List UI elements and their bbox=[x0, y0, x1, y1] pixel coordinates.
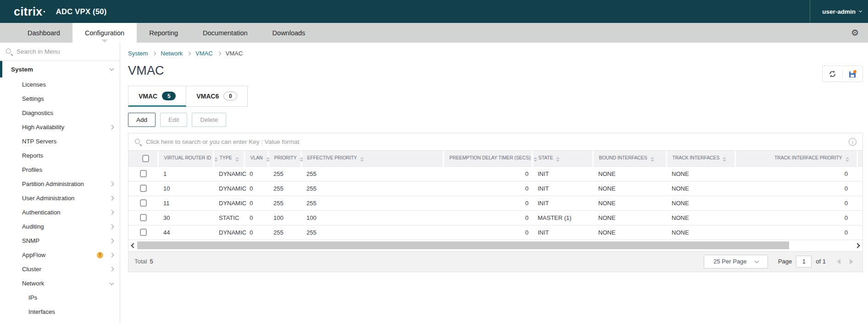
delete-button[interactable]: Delete bbox=[192, 113, 226, 127]
vmac-table: VIRTUAL ROUTER IDTYPEVLANPRIORITYEFFECTI… bbox=[128, 151, 862, 240]
column-header: TRACK INTERFACES bbox=[666, 151, 735, 166]
sort-icon[interactable] bbox=[651, 157, 654, 162]
sidebar-item-authentication[interactable]: Authentication bbox=[0, 205, 120, 219]
table-search-input[interactable] bbox=[146, 138, 845, 145]
sort-icon[interactable] bbox=[235, 157, 239, 162]
scroll-left-icon[interactable] bbox=[131, 243, 136, 248]
sidebar-item-label: Profiles bbox=[22, 166, 42, 173]
sidebar-item-label: SNMP bbox=[22, 237, 39, 244]
sidebar-item-label: Interfaces bbox=[28, 308, 55, 315]
sidebar-item-appflow[interactable]: AppFlow bbox=[0, 248, 120, 262]
search-icon bbox=[6, 48, 13, 55]
row-checkbox[interactable] bbox=[140, 229, 147, 236]
sort-icon[interactable] bbox=[846, 157, 849, 162]
row-checkbox[interactable] bbox=[140, 170, 147, 177]
cell: 0 bbox=[443, 166, 532, 181]
row-checkbox[interactable] bbox=[140, 199, 147, 207]
sort-icon[interactable] bbox=[534, 157, 537, 162]
sidebar-item-high-availability[interactable]: High Availability bbox=[0, 120, 120, 134]
breadcrumb-network-link[interactable]: Network bbox=[161, 50, 183, 57]
cell: 0 bbox=[735, 210, 857, 225]
sidebar-item-partition-administration[interactable]: Partition Administration bbox=[0, 177, 120, 191]
cell: 0 bbox=[735, 166, 857, 181]
cell: 10 bbox=[158, 181, 213, 196]
row-checkbox[interactable] bbox=[140, 214, 147, 221]
breadcrumb-vmac-link[interactable]: VMAC bbox=[195, 50, 213, 57]
cell: 0 bbox=[244, 196, 268, 210]
sidebar-item-diagnostics[interactable]: Diagnostics bbox=[0, 106, 120, 120]
previous-page-icon[interactable] bbox=[837, 259, 840, 264]
table-row[interactable]: 1DYNAMIC02552550INITNONENONE0 bbox=[128, 166, 862, 181]
sidebar-item-label: Partition Administration bbox=[22, 181, 84, 187]
scroll-right-icon[interactable] bbox=[855, 243, 860, 248]
nav-tab-dashboard[interactable]: Dashboard bbox=[15, 23, 72, 43]
next-page-icon[interactable] bbox=[850, 259, 853, 264]
add-button[interactable]: Add bbox=[128, 113, 156, 127]
edit-button[interactable]: Edit bbox=[160, 113, 187, 127]
cell: DYNAMIC bbox=[213, 181, 244, 196]
sidebar-item-profiles[interactable]: Profiles bbox=[0, 163, 120, 177]
scrollbar-thumb[interactable] bbox=[137, 241, 789, 249]
select-all-checkbox[interactable] bbox=[142, 155, 149, 162]
sort-icon[interactable] bbox=[300, 157, 303, 162]
nav-tab-downloads[interactable]: Downloads bbox=[260, 23, 318, 43]
save-icon bbox=[848, 70, 857, 78]
cell: 255 bbox=[301, 225, 443, 240]
page-number-input[interactable] bbox=[796, 256, 812, 268]
sidebar-item-auditing[interactable]: Auditing bbox=[0, 219, 120, 234]
column-header: PRIORITY bbox=[268, 151, 301, 166]
sort-icon[interactable] bbox=[360, 157, 364, 162]
sidebar-item-interfaces[interactable]: Interfaces bbox=[0, 305, 120, 319]
sidebar-item-snmp[interactable]: SNMP bbox=[0, 234, 120, 248]
row-checkbox[interactable] bbox=[140, 185, 147, 192]
cell: NONE bbox=[593, 210, 666, 225]
page-title: VMAC bbox=[128, 64, 863, 78]
nav-tab-reporting[interactable]: Reporting bbox=[137, 23, 190, 43]
header-filler-cell bbox=[857, 151, 862, 166]
sub-tabs: VMAC5VMAC60 bbox=[128, 86, 863, 107]
cell: DYNAMIC bbox=[213, 166, 244, 181]
column-header: STATE bbox=[532, 151, 593, 166]
sort-icon[interactable] bbox=[723, 157, 726, 162]
per-page-select[interactable]: 25 Per Page bbox=[704, 255, 768, 268]
tab-vmac6[interactable]: VMAC60 bbox=[186, 86, 248, 107]
sidebar-item-reports[interactable]: Reports bbox=[0, 148, 120, 163]
sort-icon[interactable] bbox=[214, 157, 218, 162]
cell: NONE bbox=[666, 225, 735, 240]
row-select-cell bbox=[128, 181, 158, 196]
cell: 1 bbox=[158, 166, 213, 181]
tab-vmac[interactable]: VMAC5 bbox=[128, 86, 186, 107]
sidebar-item-cluster[interactable]: Cluster bbox=[0, 262, 120, 276]
sidebar-item-user-administration[interactable]: User Administration bbox=[0, 191, 120, 205]
scrollbar-track[interactable] bbox=[137, 241, 854, 249]
nav-tab-documentation[interactable]: Documentation bbox=[190, 23, 260, 43]
cell: 255 bbox=[301, 196, 443, 210]
save-config-button[interactable] bbox=[848, 70, 857, 78]
sidebar-items: SystemLicensesSettingsDiagnosticsHigh Av… bbox=[0, 61, 120, 319]
column-header-label: STATE bbox=[539, 155, 553, 160]
settings-gear-button[interactable]: ⚙ bbox=[851, 23, 868, 43]
sidebar-search-input[interactable] bbox=[17, 48, 114, 55]
table-row[interactable]: 44DYNAMIC02552550INITNONENONE0 bbox=[128, 225, 862, 240]
sort-icon[interactable] bbox=[266, 157, 270, 162]
table-row[interactable]: 30STATIC01001000MASTER (1)NONENONE0 bbox=[128, 210, 862, 225]
refresh-button[interactable] bbox=[828, 70, 837, 78]
sidebar-item-settings[interactable]: Settings bbox=[0, 92, 120, 106]
sort-down-arrow bbox=[651, 160, 654, 162]
nav-tab-configuration[interactable]: Configuration bbox=[72, 23, 137, 43]
sidebar-item-ntp-servers[interactable]: NTP Servers bbox=[0, 134, 120, 148]
table-row[interactable]: 10DYNAMIC02552550INITNONENONE0 bbox=[128, 181, 862, 196]
table-row[interactable]: 11DYNAMIC02552550INITNONENONE0 bbox=[128, 196, 862, 210]
info-icon[interactable] bbox=[849, 138, 857, 146]
sidebar-item-ips[interactable]: IPs bbox=[0, 290, 120, 305]
chevron-down-icon bbox=[110, 66, 114, 71]
cell: NONE bbox=[593, 181, 666, 196]
sidebar-item-system[interactable]: System bbox=[0, 61, 120, 77]
breadcrumb-system-link[interactable]: System bbox=[128, 50, 148, 57]
sidebar-item-label: Authentication bbox=[22, 209, 61, 216]
sidebar-item-licenses[interactable]: Licenses bbox=[0, 77, 120, 92]
sidebar-item-network[interactable]: Network bbox=[0, 276, 120, 290]
sort-icon[interactable] bbox=[556, 157, 560, 162]
user-menu[interactable]: user-admin bbox=[810, 0, 868, 23]
row-filler-cell bbox=[857, 181, 862, 196]
